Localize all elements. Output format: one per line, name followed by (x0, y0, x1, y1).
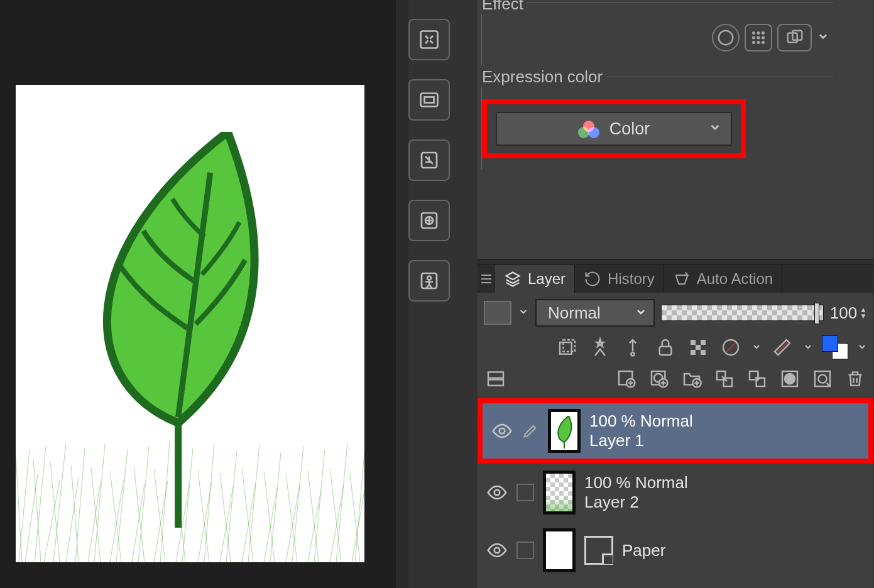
blend-mode-dropdown[interactable]: Normal (535, 299, 655, 327)
panel-divider (396, 0, 408, 588)
paper-icon (584, 536, 613, 565)
svg-point-57 (427, 276, 431, 280)
effect-label: Effect (478, 0, 527, 14)
tab-history[interactable]: History (575, 265, 664, 293)
visibility-eye-icon[interactable] (486, 482, 508, 503)
ruler-toggle-icon[interactable] (770, 335, 794, 359)
reference-layer-icon[interactable] (588, 335, 612, 359)
svg-point-97 (494, 490, 500, 496)
layer-name: Layer 1 (589, 431, 693, 450)
blend-mode-value: Normal (548, 303, 601, 323)
svg-line-28 (314, 449, 325, 562)
layer-thumbnail (543, 471, 576, 514)
delete-layer-icon[interactable] (843, 367, 867, 391)
tone-effect-icon[interactable] (745, 24, 772, 52)
svg-point-62 (752, 36, 755, 40)
svg-point-60 (757, 31, 760, 35)
expression-color-value: Color (609, 119, 650, 139)
svg-point-61 (762, 31, 765, 35)
lock-icon[interactable] (653, 335, 677, 359)
swatch-dropdown-chevron-icon[interactable] (857, 340, 867, 355)
rgb-icon (578, 121, 599, 137)
pose-tool-icon[interactable] (408, 260, 450, 302)
ruler-dropdown-chevron-icon[interactable] (803, 340, 813, 355)
svg-rect-52 (425, 97, 434, 103)
link-checkbox[interactable] (516, 542, 534, 559)
chevron-down-icon (635, 303, 647, 323)
svg-rect-77 (691, 350, 696, 355)
svg-point-95 (818, 374, 826, 383)
visibility-eye-icon[interactable] (491, 420, 513, 442)
svg-rect-78 (701, 350, 706, 355)
svg-point-66 (757, 41, 760, 44)
svg-point-93 (785, 374, 795, 384)
tab-history-label: History (608, 270, 655, 288)
opacity-spinner[interactable]: ▲▼ (860, 307, 867, 319)
svg-point-64 (762, 36, 765, 40)
expression-color-group: Expression color Color (481, 77, 833, 170)
svg-line-32 (355, 452, 364, 562)
3d-tool-icon[interactable] (408, 200, 450, 241)
opacity-slider-handle[interactable] (814, 303, 819, 324)
svg-rect-71 (563, 340, 575, 352)
svg-point-72 (631, 352, 634, 356)
link-checkbox[interactable] (516, 484, 534, 501)
merge-down-icon[interactable] (745, 367, 769, 391)
editing-layer-pencil-icon (522, 422, 539, 440)
create-mask-icon[interactable] (778, 367, 802, 391)
expression-color-highlight: Color (482, 99, 746, 158)
layer-row-layer2[interactable]: 100 % Normal Layer 2 (478, 464, 873, 521)
mask-dropdown-chevron-icon[interactable] (751, 340, 762, 355)
transfer-down-icon[interactable] (713, 367, 736, 391)
panel-menu-icon[interactable] (478, 265, 495, 293)
layer-thumbnail (548, 409, 581, 453)
document-canvas[interactable] (16, 85, 364, 562)
new-vector-layer-icon[interactable] (647, 367, 671, 391)
layer-blend-row: Normal 100 ▲▼ (478, 297, 873, 329)
svg-point-63 (757, 36, 760, 40)
opacity-value: 100 (830, 303, 857, 323)
draft-layer-icon[interactable] (621, 335, 645, 359)
property-tool-column (408, 19, 452, 302)
effect-dropdown-chevron-icon[interactable] (817, 30, 829, 46)
item-bank-tool-icon[interactable] (408, 139, 450, 181)
enable-mask-icon[interactable] (719, 335, 743, 359)
svg-line-49 (352, 491, 364, 562)
expression-color-dropdown[interactable]: Color (496, 112, 732, 146)
svg-rect-50 (421, 31, 438, 48)
svg-line-0 (19, 449, 30, 562)
clip-mask-icon[interactable] (555, 335, 579, 359)
canvas-area (0, 0, 396, 588)
layer-thumbnail (543, 528, 576, 572)
palette-color-chevron-icon[interactable] (518, 306, 529, 320)
lock-transparency-icon[interactable] (686, 335, 710, 359)
layer-row-paper[interactable]: Paper (478, 521, 873, 579)
svg-line-30 (336, 443, 347, 562)
opacity-slider[interactable] (661, 305, 824, 321)
svg-point-96 (500, 428, 505, 434)
border-effect-icon[interactable] (712, 24, 740, 52)
layer-color-effect-icon[interactable] (777, 24, 812, 52)
layer-row-layer1[interactable]: 100 % Normal Layer 1 (478, 398, 873, 464)
svg-rect-73 (660, 347, 672, 355)
tab-layer-label: Layer (528, 270, 565, 288)
chevron-down-icon (708, 119, 722, 139)
tab-layer[interactable]: Layer (495, 265, 575, 293)
apply-mask-icon[interactable] (811, 367, 834, 391)
visibility-eye-icon[interactable] (486, 540, 508, 561)
layer-lock-tools (478, 332, 873, 363)
layer-name: Paper (622, 541, 665, 560)
layer-list: 100 % Normal Layer 1 100 % Normal Layer … (478, 398, 873, 579)
two-pane-icon[interactable] (484, 367, 508, 391)
svg-point-67 (762, 41, 765, 44)
subview-tool-icon[interactable] (408, 79, 450, 121)
svg-point-59 (752, 31, 755, 35)
layer-name: Layer 2 (584, 493, 688, 512)
layer-color-swatch[interactable] (822, 335, 848, 359)
tab-auto-action[interactable]: Auto Action (664, 265, 782, 293)
new-raster-layer-icon[interactable] (615, 367, 638, 391)
new-folder-icon[interactable] (680, 367, 704, 391)
palette-color-icon[interactable] (484, 301, 511, 325)
effect-group: Effect (481, 3, 833, 65)
navigator-tool-icon[interactable] (408, 19, 450, 60)
